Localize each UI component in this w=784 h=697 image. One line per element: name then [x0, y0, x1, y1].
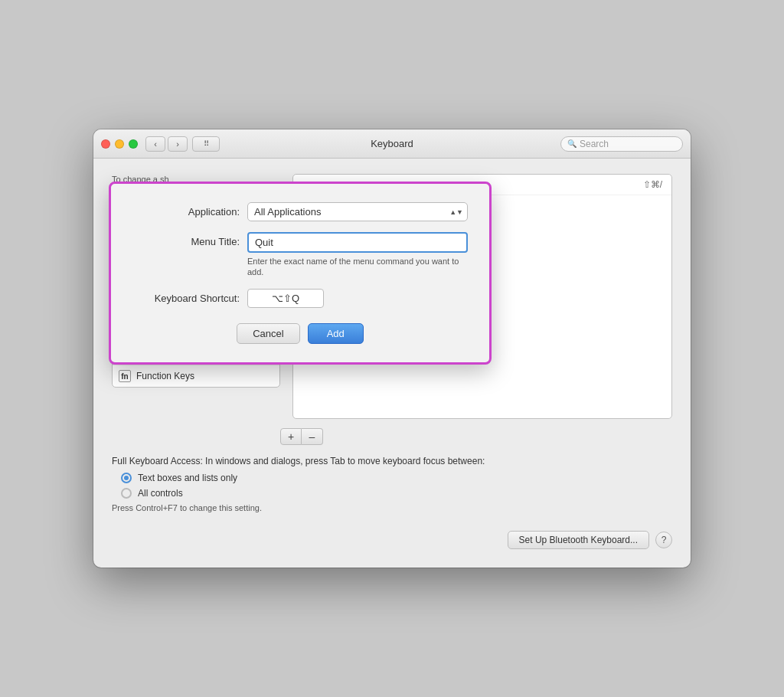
window-body: To change a sh ⊞ Launchpa... ⊟ Mission C…	[93, 159, 691, 568]
back-button[interactable]: ‹	[145, 136, 165, 152]
add-shortcut-button[interactable]: +	[280, 428, 302, 445]
application-row: Application: All Applications ▲▼	[132, 202, 468, 221]
maximize-button[interactable]	[129, 139, 138, 149]
help-button[interactable]: ?	[655, 532, 672, 548]
traffic-lights	[101, 139, 138, 149]
add-shortcut-dialog: Application: All Applications ▲▼ Menu Ti…	[109, 182, 492, 365]
application-select-wrapper: All Applications ▲▼	[247, 202, 468, 221]
dialog-buttons: Cancel Add	[132, 323, 468, 344]
search-icon: 🔍	[567, 139, 577, 148]
window-title: Keyboard	[371, 138, 413, 149]
menu-title-label: Menu Title:	[132, 232, 240, 247]
radio-all-controls[interactable]: All controls	[121, 488, 672, 499]
add-remove-bar: + –	[280, 428, 672, 445]
radio-text-boxes-dot	[124, 476, 129, 480]
sidebar-label-function-keys: Function Keys	[136, 371, 194, 381]
bluetooth-keyboard-button[interactable]: Set Up Bluetooth Keyboard...	[508, 531, 649, 549]
minimize-button[interactable]	[115, 139, 124, 149]
keyboard-access-label: Full Keyboard Access: In windows and dia…	[112, 456, 672, 466]
application-label: Application:	[132, 206, 240, 218]
radio-all-controls-label: All controls	[138, 488, 183, 499]
forward-button[interactable]: ›	[168, 136, 188, 152]
grid-icon: ⠿	[204, 139, 209, 148]
grid-button[interactable]: ⠿	[192, 136, 220, 152]
remove-shortcut-button[interactable]: –	[302, 428, 323, 445]
keyboard-shortcut-row: Keyboard Shortcut:	[132, 289, 468, 308]
add-button[interactable]: Add	[308, 323, 364, 344]
search-box[interactable]: 🔍 Search	[560, 136, 683, 152]
keyboard-access-section: Full Keyboard Access: In windows and dia…	[112, 456, 672, 512]
radio-all-controls-circle	[121, 488, 132, 499]
menu-title-input[interactable]	[247, 232, 468, 253]
keyboard-access-hint: Press Control+F7 to change this setting.	[112, 503, 672, 512]
nav-buttons: ‹ ›	[145, 136, 188, 152]
titlebar: ‹ › ⠿ Keyboard 🔍 Search	[93, 129, 691, 159]
menu-title-group: Enter the exact name of the menu command…	[247, 232, 468, 278]
keyboard-shortcut-label: Keyboard Shortcut:	[132, 293, 240, 304]
radio-text-boxes[interactable]: Text boxes and lists only	[121, 473, 672, 483]
keyboard-window: ‹ › ⠿ Keyboard 🔍 Search To change a sh	[93, 129, 691, 568]
application-select[interactable]: All Applications	[247, 202, 468, 221]
function-keys-icon: fn	[119, 370, 131, 382]
radio-text-boxes-label: Text boxes and lists only	[138, 473, 237, 483]
menu-title-hint: Enter the exact name of the menu command…	[247, 256, 468, 278]
cancel-button[interactable]: Cancel	[237, 323, 299, 344]
search-label: Search	[580, 139, 609, 149]
sidebar-item-function-keys[interactable]: fn Function Keys	[113, 365, 279, 387]
bottom-bar: Set Up Bluetooth Keyboard... ?	[112, 523, 672, 552]
shortcut-key: ⇧⌘/	[643, 179, 662, 190]
radio-text-boxes-circle	[121, 473, 132, 483]
menu-title-row: Menu Title: Enter the exact name of the …	[132, 232, 468, 278]
close-button[interactable]	[101, 139, 110, 149]
keyboard-shortcut-input[interactable]	[247, 289, 324, 308]
